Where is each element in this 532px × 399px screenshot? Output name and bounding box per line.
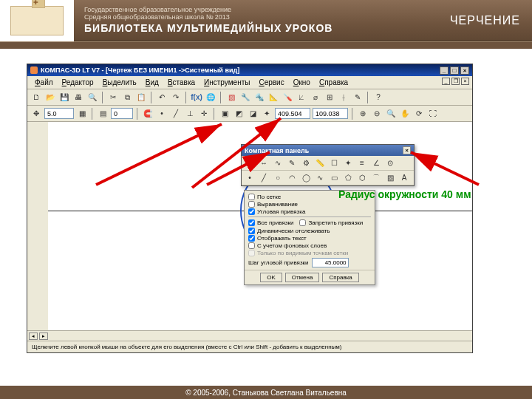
cp-assoc-icon[interactable]: ✦ (342, 157, 354, 169)
view-b-icon[interactable]: ◪ (247, 108, 259, 120)
dlg-help-button[interactable]: Справка (322, 273, 358, 282)
zoom-out-icon[interactable]: ⊖ (371, 108, 383, 120)
layer-input[interactable] (111, 108, 133, 119)
cp-hatch2-icon[interactable]: ▨ (384, 172, 396, 184)
maximize-button[interactable]: □ (450, 66, 459, 75)
cp-rect2-icon[interactable]: ▭ (328, 172, 340, 184)
open-icon[interactable]: 📂 (44, 92, 56, 103)
menu-service[interactable]: Сервис (254, 78, 288, 86)
tool-d-icon[interactable]: 📐 (267, 92, 279, 103)
cp-point-icon[interactable]: • (244, 172, 256, 184)
zoom-fit-icon[interactable]: ▣ (219, 108, 231, 120)
compact-panel-title[interactable]: Компактная панель × (242, 145, 414, 156)
step-value-input[interactable] (312, 258, 349, 267)
menu-insert[interactable]: Вставка (163, 78, 200, 86)
tool-g-icon[interactable]: ⌀ (310, 92, 321, 103)
tool-h-icon[interactable]: ⊞ (324, 92, 335, 103)
chk-dynamic[interactable]: Динамически отслеживать (248, 228, 371, 234)
cp-geom-icon[interactable]: ↖ (244, 157, 256, 169)
mdi-close[interactable]: × (461, 78, 469, 85)
copy-icon[interactable]: ⧉ (121, 92, 133, 103)
coords-icon[interactable]: ✦ (261, 108, 273, 120)
snap-point-icon[interactable]: • (156, 108, 168, 120)
tool-e-icon[interactable]: 🪛 (282, 92, 293, 103)
minimize-button[interactable]: _ (440, 66, 449, 75)
cp-edit-icon[interactable]: ✎ (286, 157, 298, 169)
tab-next[interactable]: ▸ (39, 332, 48, 340)
ortho-icon[interactable]: ⊥ (184, 108, 196, 120)
cp-ellipse-icon[interactable]: ◯ (300, 172, 312, 184)
chk-all[interactable]: Все привязки (248, 219, 293, 226)
cp-sel-icon[interactable]: ☐ (328, 157, 340, 169)
cp-spec-icon[interactable]: ≡ (356, 157, 368, 169)
zoom-in-icon[interactable]: ⊕ (357, 108, 369, 120)
cp-ngon-icon[interactable]: ⬡ (356, 172, 368, 184)
coord-x-input[interactable] (275, 108, 310, 119)
dlg-cancel-button[interactable]: Отмена (285, 273, 320, 282)
cut-icon[interactable]: ✂ (107, 92, 119, 103)
cp-x2-icon[interactable]: ⊙ (384, 157, 396, 169)
menu-file[interactable]: Файл (30, 78, 58, 86)
paste-icon[interactable]: 📋 (135, 92, 147, 103)
layer-icon[interactable]: ▤ (97, 108, 109, 120)
tool-c-icon[interactable]: 🔩 (253, 92, 265, 103)
vtb-arc-icon[interactable]: ◠ (29, 183, 42, 196)
coord-y-input[interactable] (313, 108, 348, 119)
cp-circle2-icon[interactable]: ○ (272, 172, 284, 184)
compact-close-button[interactable]: × (403, 146, 411, 154)
grid-icon[interactable]: ▦ (76, 108, 88, 120)
vtb-line-icon[interactable]: ╲ (29, 138, 42, 151)
cp-line2-icon[interactable]: ╱ (258, 172, 270, 184)
vtb-dim-icon[interactable]: ↔ (29, 212, 42, 225)
variables-icon[interactable]: 🌐 (205, 92, 216, 103)
redo-icon[interactable]: ↷ (170, 92, 182, 103)
help-icon[interactable]: ? (372, 92, 384, 103)
cp-meas-icon[interactable]: 📏 (314, 157, 326, 169)
mdi-minimize[interactable]: _ (442, 78, 450, 85)
tool-b-icon[interactable]: 🔧 (239, 92, 251, 103)
vtb-text-icon[interactable]: A (29, 197, 42, 211)
vtb-hatch-icon[interactable]: ▨ (29, 227, 42, 240)
cp-text2-icon[interactable]: A (398, 172, 410, 184)
step-input[interactable] (44, 108, 74, 119)
menu-tools[interactable]: Инструменты (200, 78, 254, 86)
preview-icon[interactable]: 🔍 (86, 92, 98, 103)
menu-view[interactable]: Вид (141, 78, 163, 86)
menu-window[interactable]: Окно (289, 78, 315, 86)
chk-bg[interactable]: С учетом фоновых слоев (248, 242, 371, 249)
chk-text[interactable]: Отображать текст (248, 235, 371, 242)
new-icon[interactable]: 🗋 (30, 92, 42, 103)
redraw-icon[interactable]: ⟳ (413, 108, 425, 120)
full-icon[interactable]: ⛶ (427, 108, 439, 120)
xy-icon[interactable]: ✛ (198, 108, 210, 120)
menu-edit[interactable]: Редактор (58, 78, 98, 86)
view-a-icon[interactable]: ◩ (233, 108, 245, 120)
titlebar[interactable]: КОМПАС-3D LT V7 - [Чертеж БЕЗ ИМЕНИ1 ->С… (27, 64, 472, 76)
dlg-ok-button[interactable]: OK (260, 273, 282, 282)
vtb-rect-icon[interactable]: ▭ (29, 153, 42, 166)
tool-i-icon[interactable]: ⟊ (338, 92, 349, 103)
chk-forbid[interactable]: Запретить привязки (299, 219, 363, 226)
cp-spline-icon[interactable]: ∿ (314, 172, 326, 184)
cp-param-icon[interactable]: ⚙ (300, 157, 312, 169)
vtb-circle-icon[interactable]: ○ (29, 168, 42, 181)
zoom-window-icon[interactable]: 🔍 (385, 108, 397, 120)
snap-line-icon[interactable]: ╱ (170, 108, 182, 120)
mdi-restore[interactable]: ❐ (451, 78, 460, 85)
tool-f-icon[interactable]: ⟀ (296, 92, 307, 103)
undo-icon[interactable]: ↶ (156, 92, 168, 103)
cp-sym-icon[interactable]: ∿ (272, 157, 284, 169)
move-icon[interactable]: ✥ (30, 108, 42, 120)
close-button[interactable]: × (460, 66, 469, 75)
tool-j-icon[interactable]: ✎ (352, 92, 364, 103)
cp-fillet-icon[interactable]: ⌒ (370, 172, 382, 184)
snap-dialog[interactable]: По сетке Выравнивание Угловая привязка В… (244, 190, 375, 285)
menu-select[interactable]: Выделить (98, 78, 141, 86)
compact-panel[interactable]: Компактная панель × ↖ ↔ ∿ ✎ ⚙ 📏 ☐ ✦ ≡ ∠ … (241, 144, 415, 186)
menu-help[interactable]: Справка (315, 78, 352, 86)
save-icon[interactable]: 💾 (58, 92, 70, 103)
cp-arc2-icon[interactable]: ◠ (286, 172, 298, 184)
snap-magnet-icon[interactable]: 🧲 (142, 108, 154, 120)
tab-prev[interactable]: ◂ (29, 332, 38, 340)
tool-a-icon[interactable]: ▧ (225, 92, 237, 103)
